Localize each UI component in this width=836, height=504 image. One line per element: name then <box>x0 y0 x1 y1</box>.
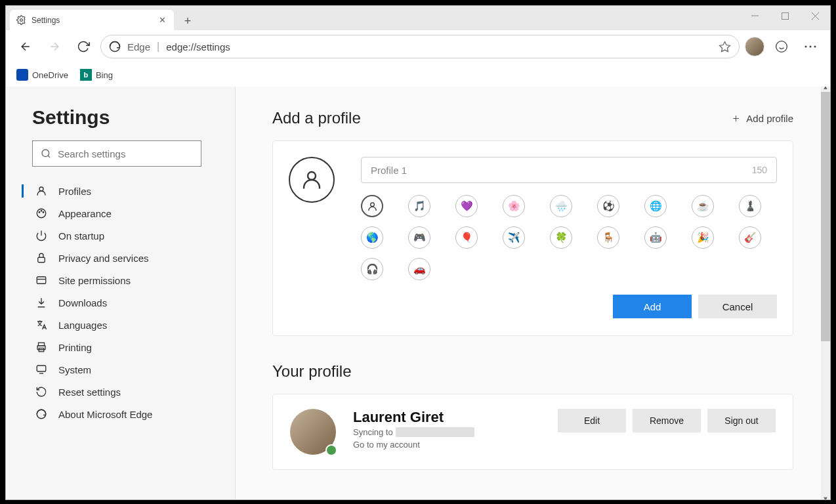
svg-rect-2 <box>782 12 788 19</box>
close-tab-button[interactable]: ✕ <box>157 15 167 26</box>
window-controls <box>740 6 830 26</box>
icon-option-earth[interactable]: 🌎 <box>361 226 383 249</box>
sync-status: Syncing to <box>353 427 541 437</box>
browser-tab[interactable]: Settings ✕ <box>10 10 174 30</box>
icon-option-party[interactable]: 🎉 <box>692 226 714 249</box>
goto-account-link[interactable]: Go to my account <box>353 440 541 450</box>
icon-option-car[interactable]: 🚗 <box>408 258 430 280</box>
nav-on-startup[interactable]: On startup <box>32 224 219 247</box>
add-profile-header: Add a profile Add profile <box>272 109 793 127</box>
maximize-button[interactable] <box>770 6 800 26</box>
bing-icon: b <box>80 69 92 81</box>
icon-option-gamepad[interactable]: 🎮 <box>408 226 430 249</box>
address-bar[interactable]: Edge | edge://settings <box>100 35 740 58</box>
palette-icon <box>35 207 48 220</box>
address-prefix: Edge <box>127 41 150 52</box>
icon-option-music[interactable]: 🎵 <box>408 195 430 217</box>
your-profile-heading: Your profile <box>272 362 793 381</box>
nav-about[interactable]: About Microsoft Edge <box>32 403 219 425</box>
profile-name: Laurent Giret <box>353 409 541 426</box>
svg-marker-6 <box>720 41 730 51</box>
toolbar: Edge | edge://settings <box>6 30 830 63</box>
favorite-bing[interactable]: b Bing <box>80 69 113 81</box>
main-panel: Add a profile Add profile Profile 1 <box>236 87 830 499</box>
your-profile-card: Laurent Giret Syncing to Go to my accoun… <box>272 394 793 470</box>
search-input[interactable] <box>58 148 193 159</box>
icon-option-soccer[interactable]: ⚽ <box>597 195 619 217</box>
onedrive-icon <box>16 69 28 81</box>
minimize-button[interactable] <box>740 6 770 26</box>
icon-option-plane[interactable]: ✈️ <box>503 226 525 249</box>
lock-icon <box>35 251 48 264</box>
svg-rect-24 <box>37 366 46 371</box>
scroll-thumb[interactable] <box>821 92 830 341</box>
icon-option-guitar[interactable]: 🎸 <box>739 226 761 249</box>
tab-title: Settings <box>31 16 157 25</box>
nav-reset[interactable]: Reset settings <box>32 381 219 403</box>
icon-option-headphones[interactable]: 🎧 <box>361 258 383 280</box>
add-profile-card: Profile 1 150 🎵 💜 🌸 🌧️ ⚽ 🌐 <box>272 140 793 336</box>
scroll-down-icon[interactable]: ▼ <box>821 494 830 499</box>
icon-option-chess[interactable]: ♟️ <box>739 195 761 217</box>
svg-point-29 <box>308 172 316 180</box>
reload-button[interactable] <box>72 35 95 58</box>
nav-profiles[interactable]: Profiles <box>32 180 219 202</box>
svg-point-16 <box>41 211 42 212</box>
profile-name-input[interactable]: Profile 1 150 <box>361 157 777 183</box>
icon-option-flower[interactable]: 🌸 <box>503 195 525 217</box>
icon-option-balloons[interactable]: 🎈 <box>455 226 478 249</box>
svg-rect-19 <box>37 277 46 284</box>
icon-option-chair[interactable]: 🪑 <box>597 226 619 249</box>
power-icon <box>35 229 48 242</box>
nav-printing[interactable]: Printing <box>32 336 219 358</box>
system-icon <box>35 363 48 376</box>
close-window-button[interactable] <box>800 6 830 26</box>
more-menu-icon[interactable] <box>799 35 822 58</box>
svg-point-13 <box>39 187 43 191</box>
titlebar: Settings ✕ + <box>6 6 830 30</box>
edit-button[interactable]: Edit <box>558 409 626 432</box>
sidebar-title: Settings <box>32 106 219 129</box>
browser-window: Settings ✕ + Edge | edge://settings OneD… <box>5 5 831 500</box>
scroll-up-icon[interactable]: ▲ <box>821 87 830 92</box>
new-tab-button[interactable]: + <box>178 11 198 31</box>
profile-avatar-button[interactable] <box>745 37 764 56</box>
icon-option-globe[interactable]: 🌐 <box>644 195 667 217</box>
icon-option-robot[interactable]: 🤖 <box>644 226 667 249</box>
nav-appearance[interactable]: Appearance <box>32 202 219 224</box>
icon-option-cloud[interactable]: 🌧️ <box>550 195 572 217</box>
smiley-feedback-icon[interactable] <box>770 35 793 58</box>
favorite-onedrive[interactable]: OneDrive <box>16 69 68 81</box>
scrollbar[interactable]: ▲ ▼ <box>821 87 830 499</box>
remove-button[interactable]: Remove <box>633 409 701 432</box>
download-icon <box>35 296 48 309</box>
nav-site-permissions[interactable]: Site permissions <box>32 269 219 291</box>
add-profile-link[interactable]: Add profile <box>731 113 793 124</box>
nav-system[interactable]: System <box>32 358 219 381</box>
svg-point-10 <box>814 46 816 48</box>
svg-point-0 <box>20 19 23 22</box>
person-icon <box>35 184 48 198</box>
profile-icon-grid: 🎵 💜 🌸 🌧️ ⚽ 🌐 ☕ ♟️ 🌎 🎮 🎈 <box>361 195 777 280</box>
edge-logo-icon <box>109 41 121 52</box>
content-area: Settings Profiles Appearance On startup … <box>6 87 830 499</box>
permissions-icon <box>35 274 48 287</box>
icon-option-coffee[interactable]: ☕ <box>692 195 714 217</box>
cancel-button[interactable]: Cancel <box>698 295 777 318</box>
profile-avatar-placeholder <box>289 157 335 203</box>
nav-privacy[interactable]: Privacy and services <box>32 247 219 269</box>
back-button[interactable] <box>14 35 37 58</box>
forward-button[interactable] <box>43 35 66 58</box>
icon-option-person[interactable] <box>361 195 383 217</box>
search-settings-box[interactable] <box>32 140 201 167</box>
icon-option-heart[interactable]: 💜 <box>455 195 478 217</box>
signout-button[interactable]: Sign out <box>707 409 776 432</box>
icon-option-leaf[interactable]: 🍀 <box>550 226 572 249</box>
printer-icon <box>35 341 48 354</box>
favorite-star-icon[interactable] <box>719 41 731 53</box>
nav-languages[interactable]: Languages <box>32 314 219 336</box>
char-limit: 150 <box>752 165 767 175</box>
add-button[interactable]: Add <box>613 295 692 318</box>
nav-downloads[interactable]: Downloads <box>32 291 219 314</box>
settings-sidebar: Settings Profiles Appearance On startup … <box>6 87 236 499</box>
